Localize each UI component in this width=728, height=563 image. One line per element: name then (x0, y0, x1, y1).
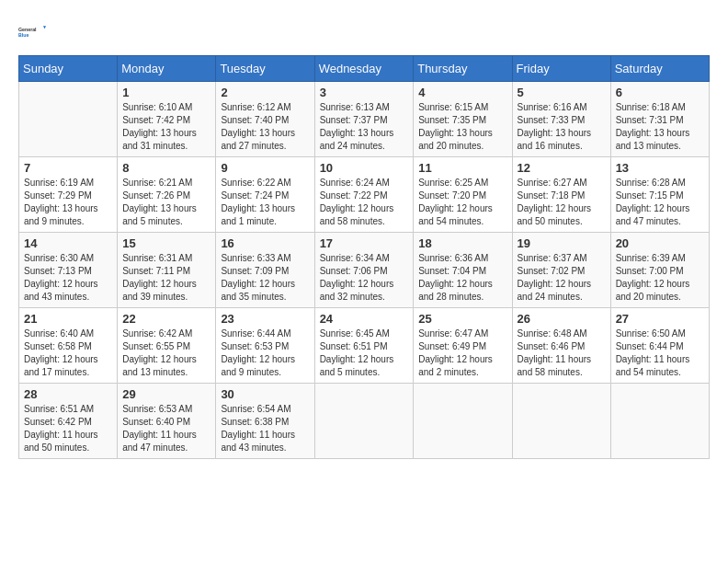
day-number: 22 (122, 312, 210, 326)
column-header-monday: Monday (118, 56, 216, 82)
column-header-thursday: Thursday (414, 56, 512, 82)
calendar-cell: 14Sunrise: 6:30 AMSunset: 7:13 PMDayligh… (19, 233, 118, 308)
day-number: 17 (320, 236, 409, 250)
day-info: Sunrise: 6:27 AMSunset: 7:18 PMDaylight:… (518, 177, 606, 228)
day-info: Sunrise: 6:30 AMSunset: 7:13 PMDaylight:… (24, 252, 112, 304)
day-number: 2 (221, 86, 309, 99)
column-header-tuesday: Tuesday (216, 56, 314, 82)
day-info: Sunrise: 6:40 AMSunset: 6:58 PMDaylight:… (24, 327, 112, 379)
day-number: 12 (518, 161, 606, 175)
day-info: Sunrise: 6:25 AMSunset: 7:20 PMDaylight:… (418, 177, 506, 228)
week-row-2: 7Sunrise: 6:19 AMSunset: 7:29 PMDaylight… (19, 157, 710, 233)
day-info: Sunrise: 6:42 AMSunset: 6:55 PMDaylight:… (122, 327, 210, 379)
day-info: Sunrise: 6:22 AMSunset: 7:24 PMDaylight:… (221, 177, 309, 228)
day-number: 1 (122, 86, 210, 99)
day-number: 18 (418, 236, 506, 250)
day-info: Sunrise: 6:51 AMSunset: 6:42 PMDaylight:… (24, 403, 112, 454)
calendar-cell: 30Sunrise: 6:54 AMSunset: 6:38 PMDayligh… (216, 384, 314, 459)
week-row-3: 14Sunrise: 6:30 AMSunset: 7:13 PMDayligh… (19, 233, 710, 308)
day-number: 29 (122, 387, 210, 401)
week-row-5: 28Sunrise: 6:51 AMSunset: 6:42 PMDayligh… (19, 384, 710, 459)
calendar-cell: 9Sunrise: 6:22 AMSunset: 7:24 PMDaylight… (216, 157, 314, 233)
day-number: 15 (122, 236, 210, 250)
day-number: 19 (518, 236, 606, 250)
logo-icon: General Blue (18, 18, 46, 46)
calendar-cell: 12Sunrise: 6:27 AMSunset: 7:18 PMDayligh… (512, 157, 610, 233)
day-number: 8 (122, 161, 210, 175)
day-info: Sunrise: 6:31 AMSunset: 7:11 PMDaylight:… (122, 252, 210, 304)
calendar-cell: 8Sunrise: 6:21 AMSunset: 7:26 PMDaylight… (118, 157, 216, 233)
day-info: Sunrise: 6:16 AMSunset: 7:33 PMDaylight:… (518, 101, 606, 153)
day-info: Sunrise: 6:33 AMSunset: 7:09 PMDaylight:… (221, 252, 309, 304)
day-info: Sunrise: 6:53 AMSunset: 6:40 PMDaylight:… (122, 403, 210, 454)
day-info: Sunrise: 6:36 AMSunset: 7:04 PMDaylight:… (418, 252, 506, 304)
day-number: 13 (616, 161, 704, 175)
day-info: Sunrise: 6:28 AMSunset: 7:15 PMDaylight:… (616, 177, 704, 228)
day-info: Sunrise: 6:21 AMSunset: 7:26 PMDaylight:… (122, 177, 210, 228)
calendar-cell: 1Sunrise: 6:10 AMSunset: 7:42 PMDaylight… (118, 82, 216, 157)
day-info: Sunrise: 6:39 AMSunset: 7:00 PMDaylight:… (616, 252, 704, 304)
day-info: Sunrise: 6:44 AMSunset: 6:53 PMDaylight:… (221, 327, 309, 379)
day-number: 7 (24, 161, 112, 175)
day-info: Sunrise: 6:48 AMSunset: 6:46 PMDaylight:… (518, 327, 606, 379)
calendar-cell: 18Sunrise: 6:36 AMSunset: 7:04 PMDayligh… (414, 233, 512, 308)
column-header-friday: Friday (512, 56, 610, 82)
day-info: Sunrise: 6:37 AMSunset: 7:02 PMDaylight:… (518, 252, 606, 304)
week-row-1: 1Sunrise: 6:10 AMSunset: 7:42 PMDaylight… (19, 82, 710, 157)
day-info: Sunrise: 6:24 AMSunset: 7:22 PMDaylight:… (320, 177, 409, 228)
day-info: Sunrise: 6:15 AMSunset: 7:35 PMDaylight:… (418, 101, 506, 153)
calendar-cell: 15Sunrise: 6:31 AMSunset: 7:11 PMDayligh… (118, 233, 216, 308)
calendar-cell: 13Sunrise: 6:28 AMSunset: 7:15 PMDayligh… (610, 157, 709, 233)
day-number: 28 (24, 387, 112, 401)
day-number: 9 (221, 161, 309, 175)
calendar-cell: 23Sunrise: 6:44 AMSunset: 6:53 PMDayligh… (216, 308, 314, 384)
calendar-cell: 7Sunrise: 6:19 AMSunset: 7:29 PMDaylight… (19, 157, 118, 233)
calendar-cell: 28Sunrise: 6:51 AMSunset: 6:42 PMDayligh… (19, 384, 118, 459)
calendar-cell: 6Sunrise: 6:18 AMSunset: 7:31 PMDaylight… (610, 82, 709, 157)
calendar-cell: 27Sunrise: 6:50 AMSunset: 6:44 PMDayligh… (610, 308, 709, 384)
calendar-cell (414, 384, 512, 459)
calendar-cell: 5Sunrise: 6:16 AMSunset: 7:33 PMDaylight… (512, 82, 610, 157)
calendar-cell: 11Sunrise: 6:25 AMSunset: 7:20 PMDayligh… (414, 157, 512, 233)
day-number: 26 (518, 312, 606, 326)
day-info: Sunrise: 6:18 AMSunset: 7:31 PMDaylight:… (616, 101, 704, 153)
calendar-cell: 16Sunrise: 6:33 AMSunset: 7:09 PMDayligh… (216, 233, 314, 308)
page-header: General Blue (18, 18, 710, 46)
day-number: 3 (320, 86, 409, 99)
day-number: 20 (616, 236, 704, 250)
day-number: 30 (221, 387, 309, 401)
day-number: 6 (616, 86, 704, 99)
day-number: 25 (418, 312, 506, 326)
day-info: Sunrise: 6:12 AMSunset: 7:40 PMDaylight:… (221, 101, 309, 153)
calendar-cell: 3Sunrise: 6:13 AMSunset: 7:37 PMDaylight… (314, 82, 414, 157)
logo: General Blue (18, 18, 46, 46)
day-info: Sunrise: 6:10 AMSunset: 7:42 PMDaylight:… (122, 101, 210, 153)
calendar-cell: 10Sunrise: 6:24 AMSunset: 7:22 PMDayligh… (314, 157, 414, 233)
column-header-sunday: Sunday (19, 56, 118, 82)
svg-text:Blue: Blue (18, 32, 28, 38)
calendar-cell: 20Sunrise: 6:39 AMSunset: 7:00 PMDayligh… (610, 233, 709, 308)
column-header-wednesday: Wednesday (314, 56, 414, 82)
calendar-cell: 2Sunrise: 6:12 AMSunset: 7:40 PMDaylight… (216, 82, 314, 157)
day-info: Sunrise: 6:50 AMSunset: 6:44 PMDaylight:… (616, 327, 704, 379)
calendar-cell (19, 82, 118, 157)
day-number: 21 (24, 312, 112, 326)
header-row: SundayMondayTuesdayWednesdayThursdayFrid… (19, 56, 710, 82)
day-number: 24 (320, 312, 409, 326)
day-info: Sunrise: 6:19 AMSunset: 7:29 PMDaylight:… (24, 177, 112, 228)
day-number: 10 (320, 161, 409, 175)
day-number: 23 (221, 312, 309, 326)
svg-text:General: General (18, 27, 37, 32)
calendar-cell: 4Sunrise: 6:15 AMSunset: 7:35 PMDaylight… (414, 82, 512, 157)
day-number: 14 (24, 236, 112, 250)
calendar-cell: 17Sunrise: 6:34 AMSunset: 7:06 PMDayligh… (314, 233, 414, 308)
column-header-saturday: Saturday (610, 56, 709, 82)
day-info: Sunrise: 6:34 AMSunset: 7:06 PMDaylight:… (320, 252, 409, 304)
calendar-cell (314, 384, 414, 459)
calendar-table: SundayMondayTuesdayWednesdayThursdayFrid… (18, 55, 710, 459)
day-number: 5 (518, 86, 606, 99)
day-info: Sunrise: 6:47 AMSunset: 6:49 PMDaylight:… (418, 327, 506, 379)
day-number: 11 (418, 161, 506, 175)
calendar-cell (512, 384, 610, 459)
calendar-cell: 22Sunrise: 6:42 AMSunset: 6:55 PMDayligh… (118, 308, 216, 384)
